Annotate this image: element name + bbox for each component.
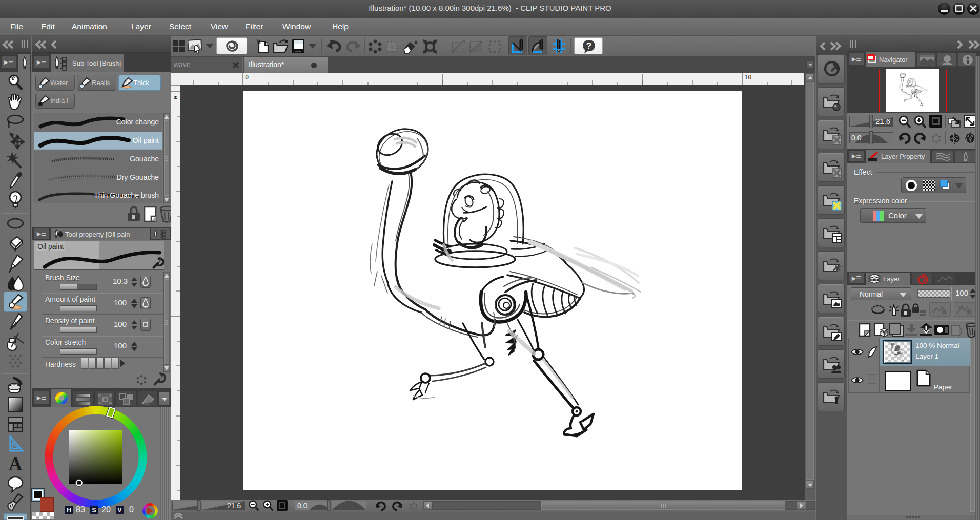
svg-text:10: 10 <box>744 74 751 81</box>
svg-text:0: 0 <box>245 74 249 81</box>
svg-text:0: 0 <box>173 96 179 99</box>
svg-text:?: ? <box>586 41 591 51</box>
